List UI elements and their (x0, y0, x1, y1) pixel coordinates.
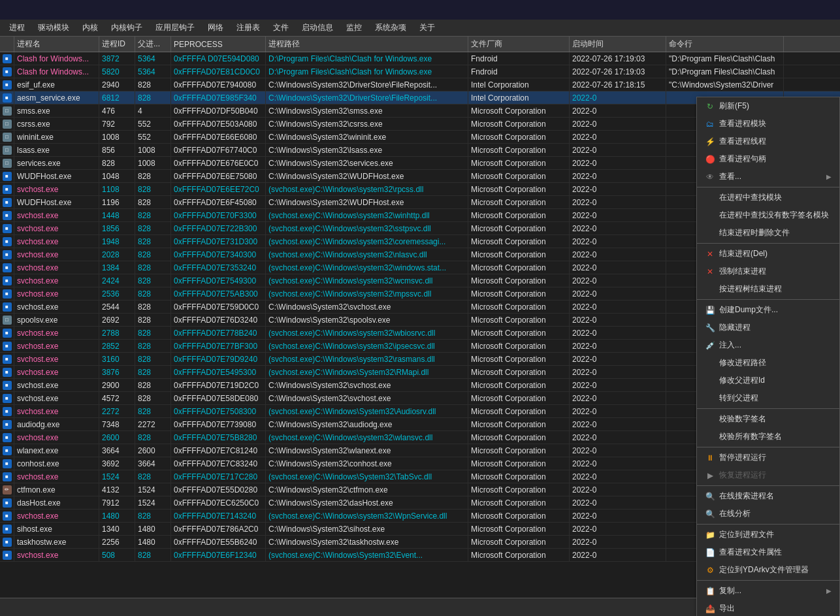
process-parent: 828 (135, 314, 171, 326)
process-name: lsass.exe (14, 144, 99, 156)
context-menu-item[interactable]: ▶恢复进程运行 (697, 466, 839, 484)
menu-item-内核钩子[interactable]: 内核钩子 (105, 20, 149, 35)
menu-item-启动信息[interactable]: 启动信息 (295, 20, 340, 35)
process-path: (svchost.exe)C:\Windows\system32\nlasvc.… (266, 248, 468, 261)
process-pid: 1448 (99, 209, 135, 221)
menu-item-监控[interactable]: 监控 (340, 20, 368, 35)
process-name: ctfmon.exe (14, 483, 99, 496)
context-menu-item[interactable]: ⏸暂停进程运行 (697, 449, 839, 466)
close-button[interactable] (822, 3, 835, 16)
minimize-button[interactable] (790, 3, 803, 16)
process-peprocess: 0xFFFFAD07E7C83240 (171, 457, 266, 470)
context-menu-item[interactable]: 💉注入... (697, 336, 839, 354)
menu-item-应用层钩子[interactable]: 应用层钩子 (149, 20, 201, 35)
menu-item-内核[interactable]: 内核 (76, 20, 105, 35)
context-menu-item[interactable]: 在进程中查找模块 (697, 189, 839, 206)
context-menu-item[interactable]: 结束进程时删除文件 (697, 224, 839, 242)
process-vendor: Microsoft Corporation (468, 131, 570, 143)
process-icon: ■ (0, 496, 14, 509)
process-path: C:\Windows\System32\svchost.exe (266, 300, 468, 313)
cmd-col-header[interactable]: 命令行 (666, 37, 784, 52)
context-menu-item[interactable]: ✕强制结束进程 (697, 263, 839, 280)
table-row[interactable]: ■Clash for Windows...387253640xFFFFA D07… (0, 52, 840, 65)
process-time: 2022-0 (570, 353, 666, 365)
process-pid: 4132 (99, 483, 135, 496)
process-vendor: Microsoft Corporation (468, 196, 570, 208)
process-vendor: Microsoft Corporation (468, 261, 570, 274)
context-menu-item-label: 强制结束进程 (719, 266, 766, 277)
context-menu-item-label: 查看进程线程 (719, 136, 766, 147)
menu-item-进程[interactable]: 进程 (3, 20, 31, 35)
context-menu-item[interactable]: 💾创建Dump文件... (697, 301, 839, 319)
context-menu-item[interactable]: 修改进程路径 (697, 354, 839, 372)
table-row[interactable]: ■esif_uf.exe29408280xFFFFAD07E7940080C:\… (0, 78, 840, 91)
context-menu-item[interactable]: 📤导出 (697, 600, 839, 616)
context-menu-item[interactable]: 🔍在线搜索进程名 (697, 487, 839, 505)
context-menu-item[interactable]: 修改父进程Id (697, 372, 839, 389)
context-menu-item[interactable]: ↻刷新(F5) (697, 97, 839, 115)
menu-item-关于[interactable]: 关于 (413, 20, 442, 35)
process-peprocess: 0xFFFFAD07E70F3300 (171, 209, 266, 221)
context-menu[interactable]: ↻刷新(F5)🗂查看进程模块⚡查看进程线程🔴查看进程句柄👁查看...在进程中查找… (696, 97, 840, 616)
vendor-col-header[interactable]: 文件厂商 (468, 37, 570, 52)
menu-item-系统杂项[interactable]: 系统杂项 (368, 20, 413, 35)
context-menu-item[interactable]: 校验所有数字签名 (697, 428, 839, 446)
context-menu-item[interactable]: ✕结束进程(Del) (697, 245, 839, 263)
context-menu-item[interactable]: ⚡查看进程线程 (697, 133, 839, 150)
table-row[interactable]: ■Clash for Windows...582053640xFFFFAD07E… (0, 65, 840, 78)
process-vendor: Microsoft Corporation (468, 222, 570, 235)
context-menu-item[interactable]: ⚙定位到YDArkv文件管理器 (697, 561, 839, 579)
column-headers: 进程名 进程ID 父进... PEPROCESS 进程路径 文件厂商 启动时间 … (0, 37, 840, 52)
menu-item-文件[interactable]: 文件 (267, 20, 295, 35)
process-path: C:\Windows\System32\DriverStore\FileRepo… (266, 91, 468, 104)
context-menu-item-label: 暂停进程运行 (719, 452, 766, 463)
context-menu-item[interactable]: 在进程中查找没有数字签名模块 (697, 206, 839, 224)
context-menu-item[interactable]: 🔴查看进程句柄 (697, 150, 839, 168)
context-menu-item-icon: 🔍 (705, 509, 715, 519)
menu-item-驱动模块[interactable]: 驱动模块 (31, 20, 76, 35)
process-vendor: Microsoft Corporation (468, 235, 570, 248)
icon-col-header (0, 37, 14, 52)
context-menu-item[interactable]: 🔧隐藏进程 (697, 319, 839, 336)
process-time: 2022-0 (570, 183, 666, 195)
context-menu-item[interactable]: 🔍在线分析 (697, 505, 839, 523)
process-pid: 4572 (99, 392, 135, 404)
name-col-header[interactable]: 进程名 (14, 37, 99, 52)
process-parent: 828 (135, 405, 171, 417)
context-menu-item[interactable]: 校验数字签名 (697, 410, 839, 428)
context-menu-item[interactable]: 👁查看... (697, 168, 839, 186)
context-menu-item-icon: 👁 (705, 172, 715, 182)
context-menu-item[interactable]: 按进程树结束进程 (697, 280, 839, 298)
menu-item-注册表[interactable]: 注册表 (230, 20, 267, 35)
process-parent: 828 (135, 248, 171, 261)
pid-col-header[interactable]: 进程ID (99, 37, 135, 52)
process-time: 2022-0 (570, 131, 666, 143)
process-icon: ■ (0, 405, 14, 417)
process-name: svchost.exe (14, 340, 99, 352)
context-menu-item[interactable]: 📁定位到进程文件 (697, 526, 839, 543)
process-name: Clash for Windows... (14, 65, 99, 78)
path-col-header[interactable]: 进程路径 (266, 37, 468, 52)
context-menu-item[interactable]: 转到父进程 (697, 389, 839, 407)
context-menu-item[interactable]: 🗂查看进程模块 (697, 115, 839, 133)
context-menu-item-icon: 📄 (705, 547, 715, 558)
peprocess-col-header[interactable]: PEPROCESS (171, 37, 266, 52)
context-menu-item[interactable]: 📄查看进程文件属性 (697, 543, 839, 561)
time-col-header[interactable]: 启动时间 (570, 37, 666, 52)
process-icon: □ (0, 144, 14, 156)
menu-item-网络[interactable]: 网络 (201, 20, 230, 35)
process-name: svchost.exe (14, 287, 99, 300)
process-time: 2022-0 (570, 144, 666, 156)
context-menu-item[interactable]: 📋复制... (697, 582, 839, 600)
process-icon: ■ (0, 65, 14, 78)
process-pid: 5820 (99, 65, 135, 78)
process-icon: ■ (0, 274, 14, 287)
context-menu-item-icon: 💾 (705, 305, 715, 316)
parent-col-header[interactable]: 父进... (135, 37, 171, 52)
maximize-button[interactable] (806, 3, 819, 16)
process-path: (svchost.exe)C:\Windows\system32\wcmsvc.… (266, 274, 468, 287)
process-icon: ■ (0, 510, 14, 522)
process-peprocess: 0xFFFFAD07E719D2C0 (171, 379, 266, 391)
process-name: WUDFHost.exe (14, 196, 99, 208)
process-time: 2022-0 (570, 287, 666, 300)
